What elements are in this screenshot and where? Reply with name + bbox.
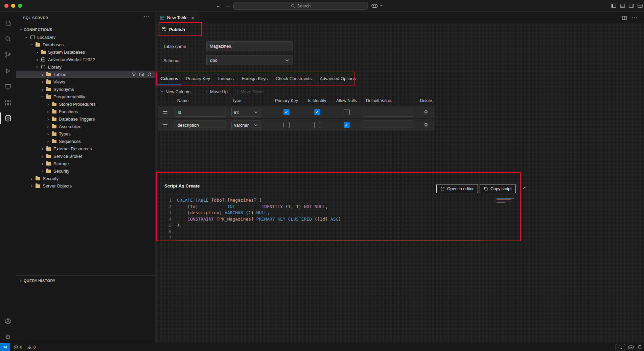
remote-indicator[interactable]: >< [0,343,10,351]
forward-icon[interactable]: → [225,2,230,9]
customize-layout-icon[interactable] [637,3,643,8]
tree-item-sequences[interactable]: › Sequences [16,137,155,145]
open-in-editor-button[interactable]: Open in editor [436,184,478,193]
folder-icon [46,72,51,77]
tree-item-security-db[interactable]: › Security [16,167,155,175]
new-column-button[interactable]: + New Column [161,87,191,96]
command-center-search[interactable]: Search [233,2,368,10]
filter-icon[interactable] [131,72,136,77]
search-view-icon[interactable] [0,32,16,46]
code-area[interactable]: 1CREATE TABLE [dbo].[Magazines] (2 [Id] … [164,197,341,241]
sidebar-more-actions-icon[interactable]: ··· [144,14,150,20]
tree-item-storage[interactable]: › Storage [16,160,155,167]
table-icon [160,15,165,20]
extensions-icon[interactable] [0,96,16,109]
copilot-menu[interactable]: › [371,3,384,8]
column-name-input[interactable] [175,108,226,117]
remote-explorer-icon[interactable] [0,80,16,93]
drag-handle[interactable] [158,124,172,126]
tab-indexes[interactable]: Indexes [214,73,238,85]
explorer-icon[interactable] [0,16,16,30]
toggle-primary-sidebar-icon[interactable] [611,3,617,8]
tree-item-synonyms[interactable]: › Synonyms [16,85,155,93]
source-control-icon[interactable] [0,48,16,61]
publish-button[interactable]: Publish [161,25,185,34]
allow-nulls-checkbox[interactable]: ✓ [344,109,350,115]
copy-script-button[interactable]: Copy script [480,184,516,193]
default-value-input[interactable] [363,121,413,129]
column-name-input[interactable] [175,121,226,129]
tree-item-types[interactable]: › Types [16,130,155,137]
script-as-create-tab[interactable]: Script As Create [164,183,200,191]
tree-item-tables[interactable]: › Tables [16,71,155,78]
tree-item-databases[interactable]: › Databases [16,41,155,48]
move-up-button[interactable]: ↑ Move Up [206,87,228,96]
copy-icon [484,186,488,191]
is-identity-checkbox[interactable]: ✓ [314,109,320,115]
split-editor-icon[interactable] [622,15,627,21]
tree-item-system-databases[interactable]: › System Databases [16,48,155,56]
delete-row-button[interactable] [418,123,434,128]
column-type-dropdown[interactable]: varchar [231,121,260,129]
primary-key-checkbox[interactable]: ✓ [283,109,290,115]
column-type-value: varchar [234,123,249,128]
tree-item-external-resources[interactable]: › External Resources [16,145,155,152]
publish-icon [161,27,167,32]
tree-item-functions[interactable]: › Functions [16,108,155,115]
tab-columns[interactable]: Columns [157,73,182,85]
settings-gear-icon[interactable]: ⚙ [0,330,16,344]
tab-new-table[interactable]: New Table × [156,12,199,24]
refresh-icon[interactable] [147,72,152,77]
drag-handle[interactable] [158,111,172,114]
table-name-input[interactable] [206,41,293,51]
tree-item-library[interactable]: › Library [16,63,155,71]
chevron-right-icon: › [34,57,40,62]
new-table-icon[interactable] [139,72,144,77]
tab-primary-key[interactable]: Primary Key [182,73,214,85]
toggle-panel-icon[interactable] [620,3,625,8]
minimap[interactable] [497,198,514,203]
tree-item-database-triggers[interactable]: › Database Triggers [16,115,155,123]
default-value-input[interactable] [363,108,413,117]
maximize-window-button[interactable] [18,4,22,8]
more-actions-icon[interactable]: ··· [632,15,638,21]
tree-item-assemblies[interactable]: › Assemblies [16,123,155,130]
tree-item-programmability[interactable]: › Programmability [16,93,155,100]
column-row-id: int ✓ ✓ ✓ [158,106,434,118]
account-icon[interactable] [0,314,16,328]
query-history-section[interactable]: › QUERY HISTORY [16,275,155,285]
toggle-secondary-sidebar-icon[interactable] [628,3,634,8]
schema-dropdown[interactable]: dbo [206,55,293,65]
move-down-button[interactable]: ↓ Move Down [236,87,264,96]
tree-item-views[interactable]: › Views [16,78,155,85]
minimize-window-button[interactable] [11,4,15,8]
run-debug-icon[interactable] [0,64,16,77]
column-type-dropdown[interactable]: int [231,108,260,117]
tree-item-server-objects[interactable]: › Server Objects [16,182,155,190]
tab-advanced-options[interactable]: Advanced Options [316,73,360,85]
allow-nulls-checkbox[interactable]: ✓ [344,122,350,128]
database-icon [41,64,46,70]
chevron-up-icon[interactable] [522,185,527,191]
problems-status[interactable]: 0 0 [14,343,36,351]
close-window-button[interactable] [4,4,8,8]
tree-item-adventureworks[interactable]: › AdventureWorksLT2022 [16,56,155,63]
primary-key-checkbox[interactable]: ✓ [283,122,290,128]
tab-foreign-keys[interactable]: Foreign Keys [238,73,272,85]
tree-item-stored-procedures[interactable]: › Stored Procedures [16,100,155,108]
is-identity-checkbox[interactable]: ✓ [314,122,320,128]
back-icon[interactable]: ← [216,2,221,9]
tree-item-service-broker[interactable]: › Service Broker [16,152,155,160]
close-tab-icon[interactable]: × [191,15,194,21]
zoom-status-button[interactable] [616,343,625,351]
folder-icon [51,139,57,144]
notifications-button[interactable] [637,343,642,351]
tree-item-security-server[interactable]: › Security [16,175,155,182]
tree-item-localdev[interactable]: › LocalDev [16,33,155,41]
copilot-status-button[interactable] [628,343,634,351]
sql-server-view-icon[interactable] [0,111,16,125]
delete-row-button[interactable] [418,110,434,115]
tree-item-connections[interactable]: › CONNECTIONS [16,26,155,33]
tab-check-constraints[interactable]: Check Constraints [272,73,316,85]
server-icon [30,34,35,40]
